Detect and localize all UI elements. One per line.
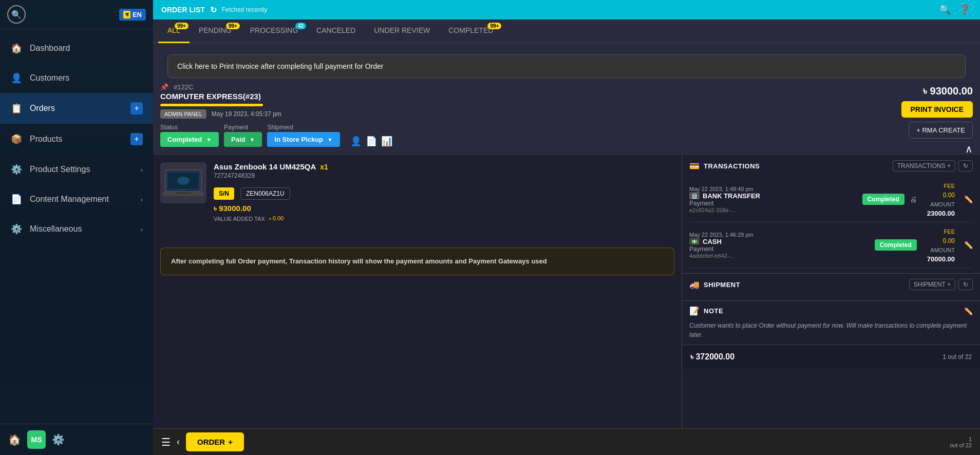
sidebar-item-label: Products [30,135,62,144]
settings-icon[interactable]: ⚙️ [52,433,65,446]
customer-icon[interactable]: 👤 [350,136,362,147]
page-number: 1 [950,436,972,442]
txn1-edit-icon[interactable]: ✏️ [964,195,973,203]
txn1-print-icon[interactable]: 🖨 [910,195,917,203]
avatar[interactable]: MS [27,430,46,449]
shipment-add-button[interactable]: SHIPMENT + [909,279,955,290]
payment-hint-box: After completing full Order payment, Tra… [160,248,674,275]
products-icon: 📦 [10,134,23,145]
bottom-total: ৳ 372000.00 [690,352,734,362]
transactions-add-button[interactable]: TRANSACTIONS + [893,160,955,172]
note-icon: 📝 [689,306,700,316]
tabs-bar: ALL 99+ PENDING 99+ PROCESSING 42 CANCEL… [153,20,980,43]
txn1-status-badge: Completed [862,194,904,205]
sidebar-item-content-management[interactable]: 📄 Content Management › [0,184,153,214]
tab-processing[interactable]: PROCESSING 42 [241,20,307,43]
sidebar-item-label: Miscellaneous [30,224,82,234]
print-invoice-tooltip: Click here to Print Invoice after comple… [167,54,966,78]
transactions-refresh-button[interactable]: ↻ [958,160,973,172]
add-product-button[interactable]: + [130,133,143,145]
zen-code-button[interactable]: ZEN006AZ1U [240,187,290,200]
status-chevron-icon: ▼ [206,137,212,143]
sidebar-item-products[interactable]: 📦 Products + [0,124,153,155]
tab-all[interactable]: ALL 99+ [158,20,190,43]
sidebar-item-label: Orders [30,104,55,113]
add-order-button[interactable]: + [130,102,143,115]
rma-create-button[interactable]: + RMA CREATE [909,122,973,139]
txn1-sub: Payment [689,200,857,207]
sidebar-item-label: Product Settings [30,165,90,174]
chevron-right-icon: › [141,225,143,233]
chart-icon[interactable]: 📊 [381,136,392,147]
status-dropdown-group: Status Completed ▼ [160,124,219,147]
sidebar-item-orders[interactable]: 📋 Orders + [0,93,153,124]
sidebar-item-label: Customers [30,73,69,83]
sidebar-nav: 🏠 Dashboard 👤 Customers 📋 Orders + 📦 Pro… [0,29,153,424]
sidebar-item-label: Content Management [30,195,109,204]
txn2-sub: Payment [689,245,870,253]
note-title: NOTE [704,307,723,315]
sidebar-item-customers[interactable]: 👤 Customers [0,63,153,93]
back-arrow-icon[interactable]: ‹ [177,437,180,447]
txn2-amount-label: AMOUNT [930,247,955,253]
topbar: ORDER LIST ↻ Fetched recently 🔍 ❓ [153,0,980,20]
sidebar-item-miscellaneous[interactable]: ⚙️ Miscellaneous › [0,214,153,244]
payment-chevron-icon: ▼ [250,137,255,143]
order-btn-plus-icon: + [228,438,233,446]
hint-text: After completing full Order payment, Tra… [171,257,547,265]
sidebar: 🔍 বা EN 🏠 Dashboard 👤 Customers 📋 Orders… [0,0,153,455]
order-left-header: 📌 #122C COMPUTER EXPRESS(#23) ADMIN PANE… [160,83,392,147]
search-button[interactable]: 🔍 [7,5,26,24]
txn2-type: 💵 CASH [689,238,870,245]
hamburger-icon[interactable]: ☰ [161,436,171,448]
print-invoice-button[interactable]: PRINT INVOICE [901,101,973,118]
txn2-date: May 22 2023, 1:46:29 pm [689,232,870,238]
language-toggle[interactable]: বা EN [119,9,146,21]
tab-completed[interactable]: COMPLETED 99+ [439,20,502,43]
txn1-date: May 22 2023, 1:48:40 pm [689,186,857,192]
txn2-id: 4adde8ef-b642-... [689,253,870,259]
sidebar-item-product-settings[interactable]: ⚙️ Product Settings › [0,155,153,184]
tab-canceled[interactable]: CANCELED [307,20,365,43]
status-label: Status [160,124,219,131]
tab-under-review[interactable]: UNDER REVIEW [365,20,439,43]
tab-processing-badge: 42 [295,23,306,29]
txn2-fee-label: FEE [944,229,955,235]
document-icon[interactable]: 📄 [366,136,377,147]
product-settings-icon: ⚙️ [10,164,23,175]
serial-number-button[interactable]: S/N [214,187,234,200]
bn-lang: বা [123,11,130,18]
txn2-amount: 70000.00 [927,255,955,263]
tax-value: ৳ 0.00 [269,215,284,222]
payment-dropdown[interactable]: Paid ▼ [224,132,262,147]
order-button[interactable]: ORDER + [186,432,244,451]
tab-all-badge: 99+ [175,23,189,29]
collapse-button[interactable]: ∧ [965,143,973,155]
status-dropdown[interactable]: Completed ▼ [160,132,219,147]
main-content: ORDER LIST ↻ Fetched recently 🔍 ❓ ALL 99… [153,0,980,455]
sidebar-item-dashboard[interactable]: 🏠 Dashboard [0,33,153,63]
svg-rect-5 [176,192,191,194]
transactions-section: 💳 TRANSACTIONS TRANSACTIONS + ↻ May 22 2… [682,155,980,274]
note-text: Customer wants to place Order without pa… [689,321,973,339]
shipment-refresh-button[interactable]: ↻ [958,279,973,290]
topbar-help-icon[interactable]: ❓ [957,3,972,17]
home-button[interactable]: 🏠 [8,433,21,446]
product-qty: x1 [320,163,328,171]
product-panel: Asus Zenbook 14 UM425QA x1 727247248328 … [153,155,682,428]
shipment-title: SHIPMENT [704,281,740,289]
tab-canceled-label: CANCELED [316,26,355,34]
topbar-search-icon[interactable]: 🔍 [938,3,952,17]
txn2-edit-icon[interactable]: ✏️ [964,241,973,249]
action-bar: ☰ ‹ ORDER + 1 out of 22 [153,428,980,455]
shipment-dropdown[interactable]: In Store Pickup ▼ [267,132,340,147]
product-image [160,162,206,203]
transaction-item: May 22 2023, 1:46:29 pm 💵 CASH Payment 4… [689,222,973,268]
status-value: Completed [167,136,202,143]
refresh-icon[interactable]: ↻ [210,5,217,15]
orders-icon: 📋 [10,103,23,114]
tab-pending[interactable]: PENDING 99+ [190,20,241,43]
tab-completed-badge: 99+ [487,23,501,29]
note-edit-icon[interactable]: ✏️ [964,307,973,315]
admin-badge: ADMIN PANEL [160,109,206,119]
